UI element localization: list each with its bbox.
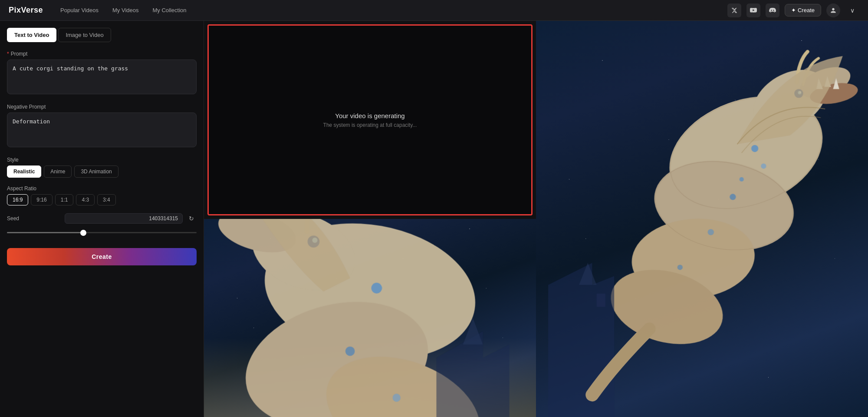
tab-image-to-video[interactable]: Image to Video: [58, 28, 111, 42]
style-label: Style: [7, 157, 197, 163]
nav-links: Popular Videos My Videos My Collection: [60, 7, 727, 13]
discord-icon[interactable]: [766, 3, 779, 17]
style-realistic[interactable]: Realistic: [7, 165, 41, 178]
svg-point-20: [677, 265, 683, 270]
ratio-4-3[interactable]: 4:3: [76, 194, 95, 205]
style-anime[interactable]: Anime: [44, 165, 72, 178]
dragon-image-1: [536, 21, 868, 417]
dragon-image-2: [204, 219, 536, 417]
nav-my-videos[interactable]: My Videos: [112, 7, 138, 13]
svg-point-31: [393, 394, 401, 401]
svg-point-29: [372, 283, 382, 293]
left-panel: Text to Video Image to Video * Prompt A …: [0, 21, 204, 417]
create-main-button[interactable]: Create: [7, 248, 197, 265]
app-logo: PixVerse: [9, 6, 43, 15]
svg-point-30: [345, 347, 355, 356]
seed-row: Seed 1403314315 ↻: [7, 213, 197, 224]
style-field-group: Style Realistic Anime 3D Animation: [7, 157, 197, 178]
ratio-3-4[interactable]: 3:4: [97, 194, 116, 205]
nav-right: ✦ Create ∨: [727, 3, 859, 17]
seed-field-group: Seed 1403314315 ↻: [7, 213, 197, 240]
svg-point-16: [730, 194, 736, 200]
style-3d-animation[interactable]: 3D Animation: [74, 165, 118, 178]
svg-point-18: [740, 177, 744, 182]
required-star: *: [7, 51, 9, 57]
ratio-1-1[interactable]: 1:1: [55, 194, 74, 205]
ratio-9-16[interactable]: 9:16: [31, 194, 52, 205]
tab-text-to-video[interactable]: Text to Video: [7, 28, 56, 42]
svg-rect-21: [596, 294, 605, 307]
negative-prompt-field-group: Negative Prompt Deformation: [7, 104, 197, 149]
aspect-ratio-label: Aspect Ratio: [7, 185, 197, 192]
svg-point-15: [751, 145, 758, 152]
svg-point-19: [708, 229, 714, 235]
nav-my-collection[interactable]: My Collection: [152, 7, 186, 13]
prompt-field-group: * Prompt A cute corgi standing on the gr…: [7, 51, 197, 96]
prompt-label: * Prompt: [7, 51, 197, 57]
create-header-button[interactable]: ✦ Create: [785, 4, 821, 17]
youtube-icon[interactable]: [746, 3, 760, 17]
aspect-ratio-field-group: Aspect Ratio 16:9 9:16 1:1 4:3 3:4: [7, 185, 197, 205]
right-panel: Your video is generating The system is o…: [204, 21, 868, 417]
video-gen-title: Your video is generating: [335, 112, 404, 119]
mode-tabs: Text to Video Image to Video: [7, 28, 197, 42]
seed-value: 1403314315: [65, 213, 183, 224]
seed-label: Seed: [7, 215, 61, 222]
prompt-input[interactable]: A cute corgi standing on the grass: [7, 60, 197, 94]
negative-prompt-label: Negative Prompt: [7, 104, 197, 110]
seed-refresh-button[interactable]: ↻: [186, 213, 197, 224]
ratio-options: 16:9 9:16 1:1 4:3 3:4: [7, 194, 197, 205]
user-icon[interactable]: [826, 3, 840, 17]
negative-prompt-input[interactable]: Deformation: [7, 113, 197, 147]
nav-popular-videos[interactable]: Popular Videos: [60, 7, 99, 13]
svg-point-17: [761, 163, 766, 169]
video-generating-area: Your video is generating The system is o…: [207, 24, 533, 215]
video-gen-subtitle: The system is operating at full capacity…: [323, 122, 417, 128]
top-navigation: PixVerse Popular Videos My Videos My Col…: [0, 0, 868, 21]
seed-slider[interactable]: [7, 232, 197, 233]
twitter-icon[interactable]: [727, 3, 741, 17]
main-layout: Text to Video Image to Video * Prompt A …: [0, 21, 868, 417]
style-options: Realistic Anime 3D Animation: [7, 165, 197, 178]
chevron-down-icon[interactable]: ∨: [845, 3, 859, 17]
ratio-16-9[interactable]: 16:9: [7, 194, 28, 205]
